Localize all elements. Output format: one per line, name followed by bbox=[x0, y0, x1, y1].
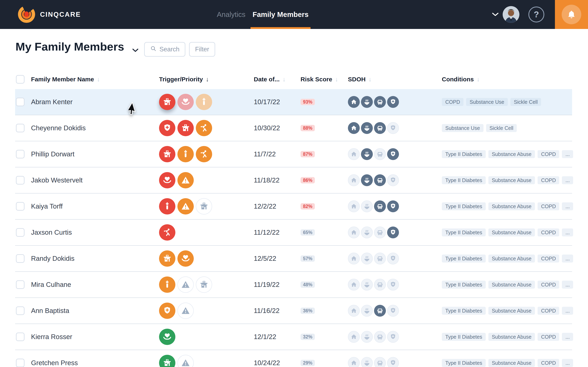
sdoh-food-icon bbox=[361, 122, 373, 134]
member-name: Gretchen Press bbox=[31, 359, 78, 367]
condition-chip: Substance Abuse bbox=[488, 281, 535, 289]
table-row[interactable]: Cheyenne Dokidis 10/30/22 88% Substance … bbox=[15, 115, 572, 141]
condition-more-chip[interactable]: ... bbox=[562, 255, 573, 263]
column-header-conditions[interactable]: Conditions ↓ bbox=[442, 69, 480, 89]
risk-score-badge: 36% bbox=[301, 308, 315, 314]
sdoh-food-icon bbox=[361, 253, 373, 264]
column-header-risk-score[interactable]: Risk Score ↓ bbox=[301, 69, 338, 89]
table-row[interactable]: Mira Culhane 11/19/22 48% Type II Diabet… bbox=[15, 272, 572, 298]
row-checkbox[interactable] bbox=[16, 254, 25, 263]
sdoh-food-icon bbox=[361, 305, 373, 317]
member-name: Kaiya Torff bbox=[31, 202, 63, 210]
sdoh-icons bbox=[348, 279, 399, 291]
user-menu-chevron-down-icon[interactable] bbox=[492, 13, 499, 17]
sdoh-icons bbox=[348, 200, 399, 212]
table-row[interactable]: Gretchen Press 10/24/22 29% Type II Diab… bbox=[15, 350, 572, 367]
trigger-date: 12/5/22 bbox=[254, 255, 276, 262]
sdoh-icons bbox=[348, 253, 399, 264]
table-row[interactable]: Jakob Westervelt 11/18/22 86% Type II Di… bbox=[15, 167, 572, 193]
sdoh-transport-icon bbox=[374, 331, 386, 343]
sdoh-transport-icon bbox=[374, 279, 386, 291]
risk-score-badge: 82% bbox=[301, 203, 315, 210]
sdoh-safety-icon bbox=[387, 122, 399, 134]
tab-analytics[interactable]: Analytics bbox=[217, 0, 245, 29]
table-row[interactable]: Phillip Dorwart 11/7/22 87% Type II Diab… bbox=[15, 141, 572, 167]
sdoh-food-icon bbox=[361, 96, 373, 108]
trigger-hospital-icon bbox=[159, 94, 175, 110]
sdoh-safety-icon bbox=[387, 226, 399, 238]
table-row[interactable]: Jaxson Curtis 11/12/22 65% Type II Diabe… bbox=[15, 220, 572, 246]
row-checkbox[interactable] bbox=[16, 176, 25, 184]
condition-chips: Type II DiabetesSubstance AbuseCOPD... bbox=[442, 255, 573, 263]
condition-chip: COPD bbox=[537, 150, 559, 158]
sdoh-safety-icon bbox=[387, 305, 399, 317]
search-button-label: Search bbox=[159, 46, 180, 53]
table-row[interactable]: Ann Baptista 11/16/22 36% Type II Diabet… bbox=[15, 298, 572, 324]
condition-more-chip[interactable]: ... bbox=[562, 333, 573, 341]
column-header-date-of[interactable]: Date of... ↓ bbox=[254, 69, 286, 89]
condition-more-chip[interactable]: ... bbox=[562, 202, 573, 210]
condition-chips: Type II DiabetesSubstance AbuseCOPD... bbox=[442, 229, 573, 236]
notifications-button[interactable] bbox=[555, 0, 588, 29]
sdoh-transport-icon bbox=[374, 200, 386, 212]
sdoh-icons bbox=[348, 148, 399, 160]
condition-more-chip[interactable]: ... bbox=[562, 359, 573, 367]
column-header-family-member-name[interactable]: Family Member Name ↓ bbox=[31, 69, 100, 89]
page-title: My Family Members bbox=[16, 40, 124, 53]
condition-chip: Type II Diabetes bbox=[442, 333, 486, 341]
filter-button[interactable]: Filter bbox=[189, 42, 215, 57]
trigger-person-fall-icon bbox=[196, 146, 212, 162]
condition-chip: COPD bbox=[537, 176, 559, 184]
condition-more-chip[interactable]: ... bbox=[562, 307, 573, 315]
trigger-priority-icons bbox=[159, 224, 175, 241]
member-name: Cheyenne Dokidis bbox=[31, 124, 86, 132]
condition-chip: Type II Diabetes bbox=[442, 202, 486, 210]
tab-family-members[interactable]: Family Members bbox=[252, 0, 309, 29]
user-avatar[interactable] bbox=[503, 6, 519, 23]
condition-chip: Type II Diabetes bbox=[442, 307, 486, 315]
condition-chip: Substance Abuse bbox=[488, 229, 535, 236]
trigger-priority-icons bbox=[159, 120, 212, 136]
trigger-hospital-icon bbox=[196, 198, 212, 215]
row-checkbox[interactable] bbox=[16, 98, 25, 106]
member-name: Phillip Dorwart bbox=[31, 150, 75, 158]
condition-chip: Substance Abuse bbox=[488, 307, 535, 315]
row-checkbox[interactable] bbox=[16, 150, 25, 158]
sdoh-safety-icon bbox=[387, 200, 399, 212]
sdoh-food-icon bbox=[361, 174, 373, 186]
select-all-checkbox[interactable] bbox=[16, 75, 25, 83]
title-chevron-down-icon[interactable] bbox=[132, 49, 138, 53]
help-icon[interactable]: ? bbox=[528, 7, 544, 22]
condition-chips: Type II DiabetesSubstance AbuseCOPD... bbox=[442, 359, 573, 367]
table-row[interactable]: Abram Kenter 10/17/22 93% COPDSubstance … bbox=[15, 89, 572, 115]
sdoh-safety-icon bbox=[387, 357, 399, 367]
table-row[interactable]: Kierra Rosser 12/1/22 32% Type II Diabet… bbox=[15, 324, 572, 350]
row-checkbox[interactable] bbox=[16, 228, 25, 237]
search-button[interactable]: Search bbox=[144, 42, 185, 57]
row-checkbox[interactable] bbox=[16, 359, 25, 367]
row-checkbox[interactable] bbox=[16, 333, 25, 341]
condition-more-chip[interactable]: ... bbox=[562, 229, 573, 236]
condition-chip: COPD bbox=[537, 255, 559, 263]
condition-chip: Substance Abuse bbox=[488, 176, 535, 184]
condition-chip: Substance Abuse bbox=[488, 255, 535, 263]
condition-chips: Type II DiabetesSubstance AbuseCOPD... bbox=[442, 150, 573, 158]
condition-more-chip[interactable]: ... bbox=[562, 281, 573, 289]
member-name: Jaxson Curtis bbox=[31, 229, 72, 236]
column-header-sdoh[interactable]: SDOH ↓ bbox=[348, 69, 372, 89]
condition-more-chip[interactable]: ... bbox=[562, 176, 573, 184]
sdoh-safety-icon bbox=[387, 279, 399, 291]
table-row[interactable]: Randy Dokidis 12/5/22 57% Type II Diabet… bbox=[15, 246, 572, 272]
condition-chip: Substance Abuse bbox=[488, 202, 535, 210]
row-checkbox[interactable] bbox=[16, 124, 25, 132]
sdoh-housing-icon bbox=[348, 253, 360, 264]
table-row[interactable]: Kaiya Torff 12/2/22 82% Type II Diabetes… bbox=[15, 193, 572, 220]
row-checkbox[interactable] bbox=[16, 307, 25, 315]
bell-icon bbox=[562, 5, 581, 24]
column-header-trigger-priority[interactable]: Trigger/Priority ↓ bbox=[159, 69, 209, 89]
condition-chip: COPD bbox=[537, 281, 559, 289]
condition-more-chip[interactable]: ... bbox=[562, 150, 573, 158]
row-checkbox[interactable] bbox=[16, 202, 25, 211]
risk-score-badge: 65% bbox=[301, 229, 315, 236]
row-checkbox[interactable] bbox=[16, 280, 25, 289]
